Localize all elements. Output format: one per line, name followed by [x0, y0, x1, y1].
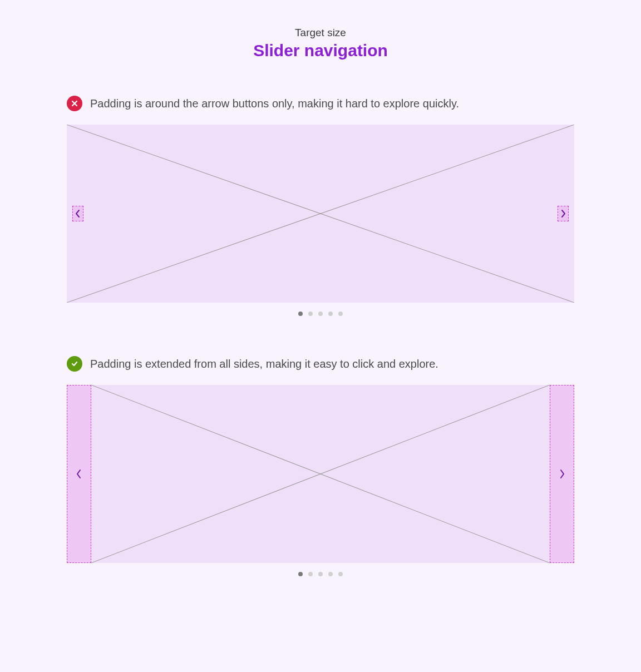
- pagination-dot[interactable]: [298, 312, 303, 316]
- pagination-dot[interactable]: [328, 312, 333, 316]
- example-header-bad: Padding is around the arrow buttons only…: [67, 96, 574, 111]
- check-icon: [67, 356, 82, 372]
- example-header-good: Padding is extended from all sides, maki…: [67, 356, 574, 372]
- chevron-left-icon: [76, 468, 82, 480]
- pagination-dot[interactable]: [318, 312, 323, 316]
- next-button[interactable]: [550, 385, 574, 563]
- pagination-dot[interactable]: [308, 312, 313, 316]
- slider-content-good: [67, 385, 574, 563]
- pagination-dot[interactable]: [338, 312, 343, 316]
- prev-button[interactable]: [72, 206, 83, 221]
- slider-bad: [67, 125, 574, 316]
- next-button[interactable]: [558, 206, 569, 221]
- example-good-text: Padding is extended from all sides, maki…: [90, 358, 438, 370]
- pagination-dot[interactable]: [338, 572, 343, 576]
- example-bad-text: Padding is around the arrow buttons only…: [90, 97, 459, 110]
- pagination-dot[interactable]: [328, 572, 333, 576]
- slider-content-bad: [67, 125, 574, 303]
- pagination-dots-bad: [67, 312, 574, 316]
- example-good: Padding is extended from all sides, maki…: [67, 356, 574, 576]
- slider-good: [67, 385, 574, 576]
- pagination-dot[interactable]: [318, 572, 323, 576]
- pagination-dot[interactable]: [308, 572, 313, 576]
- page-header: Target size Slider navigation: [67, 27, 574, 60]
- cross-icon: [67, 96, 82, 111]
- page-subtitle: Target size: [67, 27, 574, 39]
- example-bad: Padding is around the arrow buttons only…: [67, 96, 574, 316]
- pagination-dot[interactable]: [298, 572, 303, 576]
- prev-button[interactable]: [67, 385, 91, 563]
- chevron-right-icon: [559, 468, 565, 480]
- page-title: Slider navigation: [67, 41, 574, 60]
- pagination-dots-good: [67, 572, 574, 576]
- chevron-left-icon: [75, 209, 81, 218]
- chevron-right-icon: [560, 209, 566, 218]
